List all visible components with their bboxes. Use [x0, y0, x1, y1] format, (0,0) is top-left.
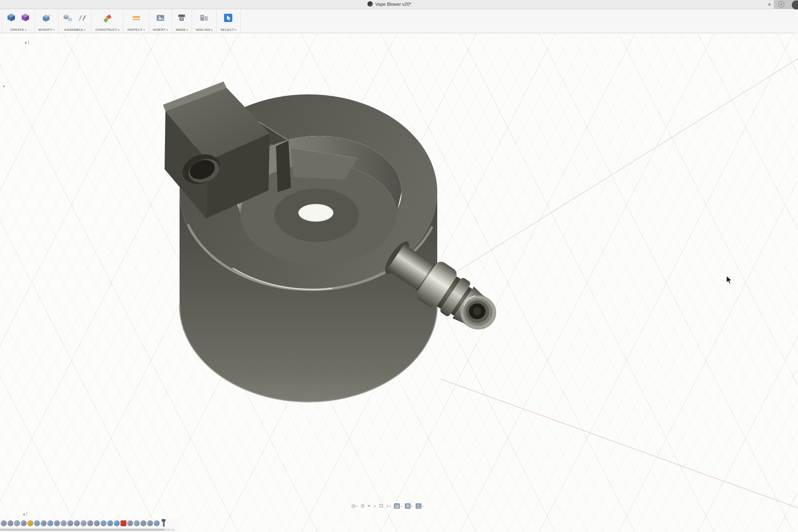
3d-print-icon[interactable]: [176, 12, 187, 23]
timeline-feature-icon[interactable]: [34, 520, 40, 526]
insert-canvas-icon[interactable]: [155, 12, 166, 23]
timeline-feature-icon[interactable]: [81, 520, 86, 526]
zoom-window-icon[interactable]: ⌕ ▾: [386, 503, 391, 509]
model-barb-tip[interactable]: [461, 296, 496, 330]
timeline-scroll-marker[interactable]: [23, 512, 27, 516]
toolbar-group-insert[interactable]: INSERT▾: [149, 9, 172, 33]
pan-icon[interactable]: ⌖: [368, 503, 371, 509]
browser-toggle-marker[interactable]: [25, 41, 29, 44]
joint-icon[interactable]: [76, 12, 87, 23]
timeline-feature-icon[interactable]: [134, 520, 140, 526]
timeline-feature-icon[interactable]: [94, 520, 100, 526]
timeline-feature-icon[interactable]: [74, 520, 80, 526]
timeline-feature-icon[interactable]: [121, 520, 126, 526]
model-viewport[interactable]: ◂: [0, 34, 798, 532]
fusion-window: Vape Blower v20* ✕ + SKETCH▾: [0, 0, 798, 532]
corner-disc-icon[interactable]: [792, 0, 798, 10]
timeline-feature-icon[interactable]: [41, 520, 47, 526]
timeline-feature-icon[interactable]: [87, 520, 93, 526]
timeline-feature-icon[interactable]: [127, 520, 133, 526]
timeline-feature-icon[interactable]: [21, 520, 27, 526]
toolbar-group-modify[interactable]: MODIFY▾: [35, 9, 59, 33]
timeline-bar: [0, 518, 181, 532]
plus-circle-icon[interactable]: +: [778, 1, 784, 7]
timeline-feature-icon[interactable]: [7, 520, 13, 526]
display-settings-icon[interactable]: ▤ ▾: [394, 503, 402, 509]
fit-icon[interactable]: ⊡: [379, 503, 383, 509]
orbit-icon[interactable]: ◎ ▾: [351, 503, 358, 509]
select-icon[interactable]: [223, 12, 234, 23]
timeline-features: [1, 520, 165, 527]
timeline-feature-icon[interactable]: [61, 520, 66, 526]
viewports-icon[interactable]: ◫ ▾: [416, 503, 424, 509]
red-axis-line: [441, 379, 798, 508]
timeline-feature-icon[interactable]: [147, 520, 153, 526]
scene-canvas: [0, 34, 798, 532]
toolbar-group-select[interactable]: SELECT▾: [217, 9, 240, 33]
scripts-addins-icon[interactable]: [199, 12, 209, 23]
toolbar-group-create[interactable]: CREATE▾: [2, 9, 35, 33]
timeline-feature-icon[interactable]: [27, 520, 33, 526]
press-pull-icon[interactable]: [41, 12, 52, 23]
model-through-hole: [298, 204, 333, 222]
model-slit-notch: [276, 140, 291, 192]
timeline-feature-icon[interactable]: [107, 520, 113, 526]
create-solid-icon[interactable]: [6, 12, 17, 23]
model-clamp-part[interactable]: [163, 81, 496, 402]
window-corner-controls: +: [774, 0, 798, 9]
timeline-scrollbar[interactable]: [0, 529, 175, 531]
main-toolbar: SKETCH▾ CREATE▾ MODIFY▾: [0, 9, 798, 33]
construction-plane-icon[interactable]: [102, 12, 113, 23]
green-axis-line: [418, 59, 798, 296]
panel-collapse-arrow[interactable]: ◂: [2, 84, 5, 88]
toolbar-group-make[interactable]: MAKE▾: [172, 9, 192, 33]
app-logo-icon: [367, 1, 373, 7]
measure-icon[interactable]: [131, 12, 142, 23]
timeline-feature-icon[interactable]: [54, 520, 60, 526]
timeline-feature-icon[interactable]: [114, 520, 120, 526]
timeline-feature-icon[interactable]: [154, 520, 160, 526]
close-button[interactable]: ✕: [766, 1, 773, 8]
timeline-feature-icon[interactable]: [67, 520, 73, 526]
mouse-cursor: [727, 276, 732, 284]
grid-and-snaps-icon[interactable]: ⊞ ▾: [405, 503, 413, 509]
title-bar: Vape Blower v20* ✕ +: [0, 0, 798, 9]
toolbar-group-construct[interactable]: CONSTRUCT▾: [91, 9, 123, 33]
view-navbar: ◎ ▾ ⊙ ⌖ ⌕ ⊡ ⌕ ▾ ▤ ▾ ⊞ ▾: [351, 501, 424, 510]
timeline-feature-icon[interactable]: [14, 520, 20, 526]
create-primitive-icon[interactable]: [20, 12, 31, 23]
zoom-icon[interactable]: ⌕: [373, 503, 376, 509]
timeline-scrollbar-thumb[interactable]: [0, 529, 165, 531]
timeline-feature-icon[interactable]: [140, 520, 146, 526]
timeline-feature-icon[interactable]: [101, 520, 106, 526]
timeline-feature-icon[interactable]: [1, 520, 7, 526]
timeline-position-marker[interactable]: [163, 520, 165, 527]
timeline-feature-icon[interactable]: [47, 520, 53, 526]
new-component-icon[interactable]: [62, 12, 73, 23]
toolbar-group-assemble[interactable]: ASSEMBLE▾: [59, 9, 91, 33]
toolbar-group-inspect[interactable]: INSPECT▾: [123, 9, 149, 33]
document-title: Vape Blower v20*: [375, 2, 411, 7]
toolbar-group-addins[interactable]: ADD-INS▾: [192, 9, 217, 33]
look-at-icon[interactable]: ⊙: [361, 503, 365, 509]
